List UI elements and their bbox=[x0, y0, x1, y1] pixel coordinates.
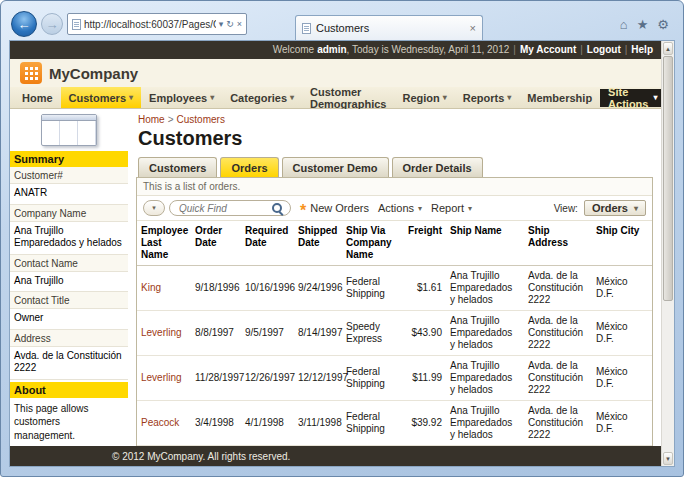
col-header[interactable]: Order Date bbox=[191, 221, 241, 266]
cell: Ana Trujillo Emparedados y helados bbox=[446, 311, 524, 356]
cell: 12/12/1997 bbox=[294, 356, 342, 401]
cell: México D.F. bbox=[592, 266, 652, 311]
my-account-link[interactable]: My Account bbox=[520, 44, 576, 55]
menu-item-membership[interactable]: Membership bbox=[519, 87, 600, 108]
welcome-date: , Today is Wednesday, April 11, 2012 bbox=[347, 44, 510, 55]
menu-item-region[interactable]: Region▾ bbox=[394, 87, 454, 108]
breadcrumb-current: Customers bbox=[177, 114, 225, 125]
col-header[interactable]: Freight bbox=[404, 221, 446, 266]
col-header[interactable]: Employee Last Name bbox=[137, 221, 191, 266]
site-footer: © 2012 MyCompany. All rights reserved. bbox=[10, 446, 661, 466]
logout-link[interactable]: Logout bbox=[587, 44, 621, 55]
menu-item-customer-demographics[interactable]: Customer Demographics bbox=[302, 87, 394, 108]
breadcrumb-separator: > bbox=[168, 114, 174, 125]
button-label: Actions bbox=[378, 202, 414, 214]
menu-label: Membership bbox=[527, 92, 592, 104]
col-header[interactable]: Ship Name bbox=[446, 221, 524, 266]
cell: Ana Trujillo Emparedados y helados bbox=[446, 266, 524, 311]
cell: 11/28/1997 bbox=[191, 356, 241, 401]
tab-favicon bbox=[302, 23, 311, 34]
table-row[interactable]: Leverling 8/8/1997 9/5/1997 8/14/1997 Sp… bbox=[137, 311, 652, 356]
cell: Federal Shipping bbox=[342, 266, 404, 311]
web-page: Welcomeadmin, Today is Wednesday, April … bbox=[10, 41, 661, 466]
back-button[interactable]: ← bbox=[11, 11, 37, 37]
table-row[interactable]: Leverling 11/28/1997 12/26/1997 12/12/19… bbox=[137, 356, 652, 401]
quick-find-input[interactable] bbox=[179, 203, 271, 214]
menu-item-categories[interactable]: Categories▾ bbox=[222, 87, 302, 108]
site-actions-button[interactable]: Site Actions▾ bbox=[600, 89, 665, 107]
col-header[interactable]: Shipped Date bbox=[294, 221, 342, 266]
cell: 8/14/1997 bbox=[294, 311, 342, 356]
orders-table: Employee Last Name Order Date Required D… bbox=[137, 221, 652, 446]
col-header[interactable]: Ship City bbox=[592, 221, 652, 266]
employee-link[interactable]: Leverling bbox=[137, 356, 191, 401]
menu-item-customers[interactable]: Customers▾ bbox=[61, 87, 141, 108]
cell: México D.F. bbox=[592, 356, 652, 401]
tab-customer-demo[interactable]: Customer Demo bbox=[282, 157, 389, 177]
scrollbar-track[interactable] bbox=[662, 56, 674, 451]
vertical-scrollbar[interactable]: ▲ ▼ bbox=[661, 41, 674, 466]
caret-down-icon: ▾ bbox=[443, 93, 447, 102]
employee-link[interactable]: Leverling bbox=[137, 311, 191, 356]
field-label: Company Name bbox=[10, 205, 128, 222]
menu-item-reports[interactable]: Reports▾ bbox=[455, 87, 520, 108]
menu-label: Customer Demographics bbox=[310, 86, 386, 110]
tab-order-details[interactable]: Order Details bbox=[392, 157, 483, 177]
col-header[interactable]: Required Date bbox=[241, 221, 294, 266]
cell: 9/5/1997 bbox=[241, 311, 294, 356]
cell: Avda. de la Constitución 2222 bbox=[524, 401, 592, 446]
tab-orders[interactable]: Orders bbox=[220, 157, 278, 177]
cell: 9/24/1996 bbox=[294, 266, 342, 311]
stop-icon[interactable]: × bbox=[237, 19, 242, 29]
tab-customers[interactable]: Customers bbox=[138, 157, 217, 177]
browser-tab-customers[interactable]: Customers × bbox=[295, 15, 483, 40]
site-actions-label: Site Actions bbox=[608, 86, 648, 110]
new-orders-button[interactable]: *New Orders bbox=[300, 199, 369, 217]
list-description: This is a list of orders. bbox=[137, 178, 652, 196]
about-text: This page allows customers management. bbox=[10, 398, 128, 447]
tab-close-icon[interactable]: × bbox=[470, 22, 476, 34]
field-label: Address bbox=[10, 330, 128, 347]
report-button[interactable]: Report▾ bbox=[431, 202, 472, 214]
cell: 3/11/1998 bbox=[294, 401, 342, 446]
help-link[interactable]: Help bbox=[631, 44, 653, 55]
summary-header: Summary bbox=[10, 151, 128, 167]
field-value: Ana Trujillo bbox=[10, 272, 128, 293]
employee-link[interactable]: King bbox=[137, 266, 191, 311]
autocomplete-caret-icon[interactable]: ▾ bbox=[219, 19, 224, 29]
cell: 3/4/1998 bbox=[191, 401, 241, 446]
breadcrumb-home-link[interactable]: Home bbox=[138, 114, 165, 125]
home-icon[interactable]: ⌂ bbox=[620, 17, 628, 32]
view-value: Orders bbox=[592, 202, 628, 214]
search-options-button[interactable]: ▾ bbox=[143, 200, 165, 216]
browser-window: ← → http://localhost:60037/Pages/Custom … bbox=[0, 0, 684, 477]
menu-label: Employees bbox=[149, 92, 207, 104]
tools-gear-icon[interactable]: ⚙ bbox=[657, 17, 669, 32]
menu-item-home[interactable]: Home bbox=[14, 87, 61, 108]
address-bar[interactable]: http://localhost:60037/Pages/Custom ▾ ↻ … bbox=[67, 13, 247, 35]
view-tabs: Customers Orders Customer Demo Order Det… bbox=[138, 157, 653, 177]
menu-item-employees[interactable]: Employees▾ bbox=[141, 87, 222, 108]
button-label: New Orders bbox=[310, 202, 369, 214]
refresh-icon[interactable]: ↻ bbox=[226, 19, 234, 29]
employee-link[interactable]: Peacock bbox=[137, 401, 191, 446]
caret-down-icon: ▾ bbox=[507, 93, 511, 102]
welcome-username: admin bbox=[317, 44, 346, 55]
table-row[interactable]: Peacock 3/4/1998 4/1/1998 3/11/1998 Fede… bbox=[137, 401, 652, 446]
favorites-star-icon[interactable]: ★ bbox=[637, 17, 649, 32]
menu-label: Customers bbox=[69, 92, 126, 104]
actions-button[interactable]: Actions▾ bbox=[378, 202, 422, 214]
table-row[interactable]: King 9/18/1996 10/16/1996 9/24/1996 Fede… bbox=[137, 266, 652, 311]
col-header[interactable]: Ship Address bbox=[524, 221, 592, 266]
col-header[interactable]: Ship Via Company Name bbox=[342, 221, 404, 266]
cell: Ana Trujillo Emparedados y helados bbox=[446, 401, 524, 446]
view-dropdown[interactable]: Orders▾ bbox=[584, 200, 646, 216]
scroll-down-icon[interactable]: ▼ bbox=[663, 452, 673, 465]
scrollbar-thumb[interactable] bbox=[663, 56, 673, 301]
address-url[interactable]: http://localhost:60037/Pages/Custom bbox=[84, 19, 216, 30]
scroll-up-icon[interactable]: ▲ bbox=[663, 42, 673, 55]
menu-label: Home bbox=[22, 92, 53, 104]
forward-button[interactable]: → bbox=[41, 13, 63, 35]
cell: $11.99 bbox=[404, 356, 446, 401]
search-icon[interactable] bbox=[271, 202, 284, 215]
